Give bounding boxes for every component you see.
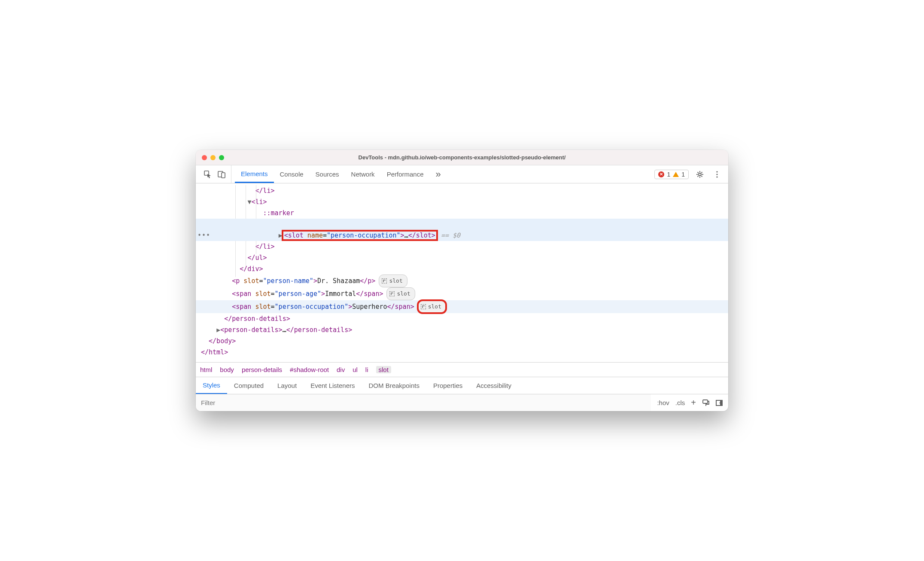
minimize-icon[interactable]: [210, 155, 216, 160]
slot-badge-label: slot: [428, 301, 441, 312]
breadcrumb-item[interactable]: li: [365, 366, 368, 373]
device-toggle-icon[interactable]: [216, 168, 228, 180]
tree-row[interactable]: </li>: [196, 185, 728, 196]
slot-reveal-icon: [389, 291, 395, 296]
span-close: </span>: [387, 303, 414, 311]
breadcrumb-item[interactable]: #shadow-root: [290, 366, 329, 373]
tree-row[interactable]: <p slot="person-name">Dr. Shazaam</p>slo…: [196, 274, 728, 287]
tree-row[interactable]: <span slot="person-age">Immortal</span>s…: [196, 287, 728, 300]
slot-reveal-icon: [421, 304, 426, 309]
titlebar: DevTools - mdn.github.io/web-components-…: [196, 150, 728, 165]
expand-icon[interactable]: ▶: [279, 232, 283, 239]
ellipsis: …: [283, 326, 286, 334]
zoom-icon[interactable]: [219, 155, 224, 160]
styles-tab-accessibility[interactable]: Accessibility: [469, 377, 518, 394]
svg-point-5: [716, 174, 717, 175]
attr-name: name: [307, 232, 323, 239]
slot-open: <slot: [284, 232, 304, 239]
error-count: 1: [667, 171, 670, 178]
breadcrumb-item-active[interactable]: slot: [376, 366, 391, 373]
main-toolbar: Elements Console Sources Network Perform…: [196, 165, 728, 183]
pseudo-marker: ::marker: [263, 209, 294, 217]
svg-rect-2: [222, 173, 225, 178]
styles-filter-input[interactable]: [196, 394, 651, 411]
inspect-icon[interactable]: [202, 168, 214, 180]
tree-row[interactable]: </ul>: [196, 252, 728, 263]
tab-sources[interactable]: Sources: [310, 165, 345, 183]
slot-reveal-badge[interactable]: slot: [379, 274, 407, 287]
tree-row[interactable]: </li>: [196, 241, 728, 252]
slot-open-end: >: [401, 232, 404, 239]
tab-network[interactable]: Network: [345, 165, 381, 183]
kebab-menu-icon[interactable]: [711, 168, 723, 180]
slot-reveal-badge-highlighted[interactable]: slot: [418, 300, 446, 313]
tree-row[interactable]: ▶<person-details>…</person-details>: [196, 324, 728, 335]
window-title: DevTools - mdn.github.io/web-components-…: [196, 154, 728, 161]
issues-badge[interactable]: ✕ 1 1: [654, 170, 689, 179]
span-open: <span: [232, 290, 251, 298]
expand-icon[interactable]: ▶: [216, 326, 220, 334]
styles-filter-row: :hov .cls +: [196, 394, 728, 411]
close-icon[interactable]: [202, 155, 207, 160]
tree-row[interactable]: </html>: [196, 347, 728, 358]
close-body-tag: </body>: [209, 337, 236, 345]
ellipsis: …: [404, 232, 408, 239]
attr-val: "person-occupation": [275, 303, 349, 311]
toolbar-right: ✕ 1 1: [649, 165, 728, 183]
span-close: </span>: [356, 290, 383, 298]
highlight-slot-element: <slot name="person-occupation">…</slot>: [283, 231, 437, 240]
attr-name: slot: [255, 303, 271, 311]
tree-row-related[interactable]: <span slot="person-occupation">Superhero…: [196, 300, 728, 313]
p-open: <p: [232, 277, 240, 285]
attr-val: "person-occupation": [327, 232, 401, 239]
attr-val: "person-age": [275, 290, 321, 298]
slot-reveal-badge[interactable]: slot: [386, 287, 415, 300]
text-node: Immortal: [325, 290, 356, 298]
close-html-tag: </html>: [201, 348, 228, 356]
tree-row[interactable]: ▼<li>: [196, 196, 728, 207]
breadcrumb-item[interactable]: body: [220, 366, 234, 373]
cls-toggle[interactable]: .cls: [675, 399, 685, 406]
styles-tab-properties[interactable]: Properties: [426, 377, 469, 394]
toolbar-icon-group: [198, 165, 231, 183]
tree-row-selected[interactable]: ••• ▶<slot name="person-occupation">…</s…: [196, 219, 728, 241]
more-tabs-icon[interactable]: »: [430, 165, 447, 183]
paint-icon[interactable]: [702, 399, 710, 407]
panel-tabs: Elements Console Sources Network Perform…: [235, 165, 649, 183]
span-open: <span: [232, 303, 251, 311]
error-icon: ✕: [658, 171, 664, 177]
tree-row[interactable]: </body>: [196, 335, 728, 347]
svg-point-3: [699, 173, 701, 176]
elements-tree[interactable]: </li> ▼<li> ::marker ••• ▶<slot name="pe…: [196, 183, 728, 362]
slot-badge-label: slot: [397, 288, 410, 299]
styles-tab-dom-breakpoints[interactable]: DOM Breakpoints: [362, 377, 426, 394]
styles-tab-styles[interactable]: Styles: [196, 377, 227, 394]
slot-close: </slot>: [408, 232, 435, 239]
new-style-rule-icon[interactable]: +: [691, 398, 696, 408]
breadcrumb-item[interactable]: person-details: [242, 366, 282, 373]
breadcrumb-item[interactable]: ul: [353, 366, 358, 373]
tree-row[interactable]: ::marker: [196, 207, 728, 219]
styles-tab-event-listeners[interactable]: Event Listeners: [304, 377, 362, 394]
breadcrumb-item[interactable]: div: [337, 366, 345, 373]
svg-rect-7: [703, 400, 708, 403]
tree-row[interactable]: </person-details>: [196, 313, 728, 324]
svg-point-6: [716, 176, 717, 177]
hov-toggle[interactable]: :hov: [657, 399, 669, 406]
styles-tab-computed[interactable]: Computed: [227, 377, 271, 394]
warning-count: 1: [681, 171, 685, 178]
toggle-sidebar-icon[interactable]: [716, 400, 722, 406]
styles-filter-tools: :hov .cls +: [651, 398, 728, 408]
tab-console[interactable]: Console: [274, 165, 310, 183]
breadcrumb-item[interactable]: html: [200, 366, 212, 373]
tab-elements[interactable]: Elements: [235, 165, 274, 183]
settings-icon[interactable]: [694, 168, 706, 180]
tab-performance[interactable]: Performance: [381, 165, 430, 183]
styles-tab-layout[interactable]: Layout: [271, 377, 304, 394]
close-ul-tag: </ul>: [247, 254, 267, 262]
p-close: </p>: [360, 277, 375, 285]
pd-open: <person-details>: [220, 326, 283, 334]
attr-name: slot: [243, 277, 259, 285]
warning-icon: [673, 172, 679, 177]
tree-row[interactable]: </div>: [196, 263, 728, 274]
